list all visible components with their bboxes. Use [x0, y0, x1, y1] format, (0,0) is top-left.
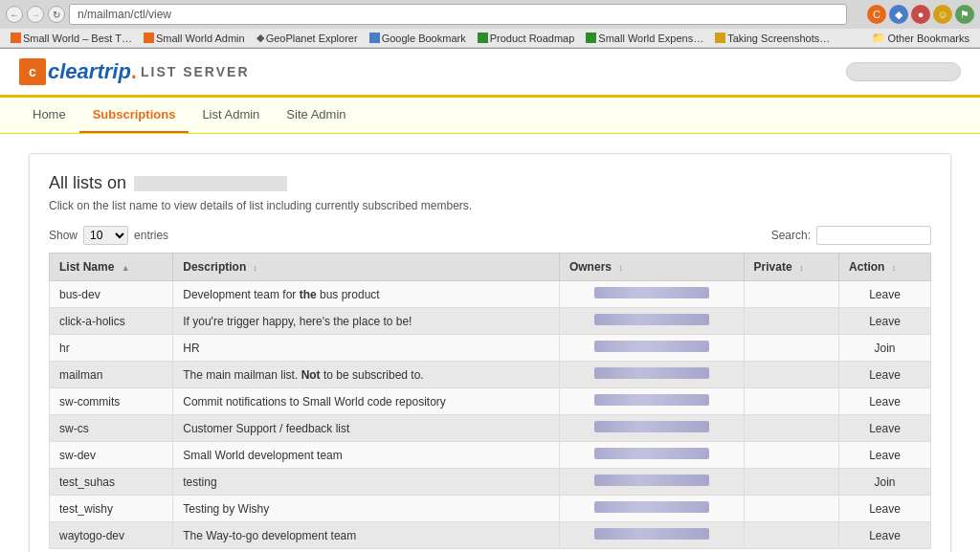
cell-list-name: sw-commits: [50, 388, 173, 415]
owner-blurred: [594, 421, 709, 432]
action-link[interactable]: Leave: [869, 422, 901, 435]
search-label: Search:: [771, 229, 811, 242]
cell-action[interactable]: Leave: [839, 522, 931, 549]
search-input[interactable]: [816, 226, 931, 245]
owner-blurred: [594, 448, 709, 459]
address-bar[interactable]: [69, 4, 847, 25]
nav-link-listadmin[interactable]: List Admin: [189, 98, 273, 131]
header-search-bar: [846, 62, 961, 81]
owner-blurred: [594, 367, 709, 379]
col-private[interactable]: Private ↕: [744, 254, 839, 281]
browser-icon-5[interactable]: ⚑: [955, 5, 974, 24]
cell-private: [744, 469, 839, 496]
nav-link-home[interactable]: Home: [19, 98, 79, 131]
action-link[interactable]: Leave: [869, 288, 901, 301]
bookmark-smallworld[interactable]: Small World – Best T…: [6, 32, 137, 45]
cell-action[interactable]: Leave: [839, 308, 931, 335]
cell-action[interactable]: Leave: [839, 415, 931, 442]
logo-subtitle: LIST SERVER: [141, 64, 250, 79]
owner-blurred: [594, 475, 709, 486]
bookmark-label-1: Small World – Best T…: [23, 33, 132, 44]
refresh-button[interactable]: ↻: [48, 6, 65, 23]
action-link[interactable]: Join: [875, 475, 896, 489]
col-label-owners: Owners: [569, 260, 612, 274]
logo-dot: .: [131, 59, 137, 83]
cell-description: Small World development team: [173, 442, 560, 469]
cell-action[interactable]: Leave: [839, 388, 931, 415]
browser-icon-4[interactable]: ☺: [933, 5, 952, 24]
col-description[interactable]: Description ↕: [173, 254, 560, 281]
logo-area: c cleartrip. LIST SERVER: [19, 58, 250, 85]
nav-link-siteadmin[interactable]: Site Admin: [273, 98, 359, 131]
bookmark-label-6: Small World Expens…: [598, 33, 703, 44]
cell-action[interactable]: Join: [839, 335, 931, 362]
bookmark-other[interactable]: 📁 Other Bookmarks: [867, 31, 974, 45]
header-search-area: [846, 62, 961, 81]
cell-owners: [559, 362, 744, 388]
cell-private: [744, 281, 839, 308]
bookmark-screenshots[interactable]: Taking Screenshots…: [710, 32, 835, 45]
bookmark-label-5: Product Roadmap: [490, 33, 575, 44]
table-row: bus-devDevelopment team for the bus prod…: [50, 281, 931, 308]
data-table: List Name ▲ Description ↕ Owners ↕ Pri: [49, 253, 931, 549]
action-link[interactable]: Leave: [869, 529, 901, 542]
bookmark-icon-2: [144, 33, 154, 43]
browser-icon-1[interactable]: C: [867, 5, 886, 24]
browser-icon-3[interactable]: ●: [911, 5, 930, 24]
col-action[interactable]: Action ↕: [839, 254, 931, 281]
col-list-name[interactable]: List Name ▲: [50, 254, 173, 281]
cell-owners: [559, 469, 744, 496]
logo-text: cleartrip.: [48, 59, 137, 84]
cell-list-name: mailman: [50, 362, 173, 388]
show-label: Show: [49, 229, 78, 242]
cell-action[interactable]: Leave: [839, 281, 931, 308]
cell-private: [744, 362, 839, 388]
nav-item-listadmin[interactable]: List Admin: [189, 98, 273, 133]
browser-toolbar: ← → ↻ ☆ C ◆ ● ☺ ⚑: [0, 0, 980, 29]
bookmark-label-3: GeoPlanet Explorer: [266, 33, 358, 44]
nav-link-subscriptions[interactable]: Subscriptions: [79, 98, 189, 133]
col-label-private: Private: [754, 260, 792, 274]
owner-blurred: [594, 394, 709, 406]
owner-blurred: [594, 314, 709, 325]
action-link[interactable]: Leave: [869, 502, 901, 516]
owner-blurred: [594, 501, 709, 513]
col-owners[interactable]: Owners ↕: [559, 254, 744, 281]
bookmark-swadmin[interactable]: Small World Admin: [139, 32, 250, 45]
action-link[interactable]: Leave: [869, 368, 901, 382]
nav-item-subscriptions[interactable]: Subscriptions: [79, 98, 189, 133]
action-link[interactable]: Leave: [869, 315, 901, 328]
cell-description: Commit notifications to Small World code…: [173, 388, 560, 415]
browser-chrome: ← → ↻ ☆ C ◆ ● ☺ ⚑ Small World – Best T… …: [0, 0, 980, 49]
search-area: Search:: [771, 226, 931, 245]
browser-icon-2[interactable]: ◆: [889, 5, 908, 24]
cell-owners: [559, 496, 744, 522]
back-button[interactable]: ←: [6, 6, 23, 23]
bookmark-icon-6: [586, 33, 596, 43]
bookmark-roadmap[interactable]: Product Roadmap: [473, 32, 580, 45]
forward-button[interactable]: →: [27, 6, 44, 23]
bookmark-google[interactable]: Google Bookmark: [365, 32, 471, 45]
cell-action[interactable]: Join: [839, 469, 931, 496]
logo-cleartrip: cleartrip: [48, 59, 131, 83]
action-link[interactable]: Join: [875, 342, 896, 355]
cell-action[interactable]: Leave: [839, 362, 931, 388]
bookmark-geoplanet[interactable]: ◆ GeoPlanet Explorer: [252, 31, 363, 45]
table-row: sw-commitsCommit notifications to Small …: [50, 388, 931, 415]
page-title-domain: [134, 176, 287, 191]
action-link[interactable]: Leave: [869, 395, 901, 408]
nav-item-siteadmin[interactable]: Site Admin: [273, 98, 359, 133]
cell-action[interactable]: Leave: [839, 496, 931, 522]
cell-list-name: sw-cs: [50, 415, 173, 442]
bookmark-swexpense[interactable]: Small World Expens…: [581, 32, 708, 45]
site-nav: Home Subscriptions List Admin Site Admin: [0, 98, 980, 134]
nav-item-home[interactable]: Home: [19, 98, 79, 133]
bookmark-icon-7: [715, 33, 725, 43]
owner-blurred: [594, 341, 709, 352]
bookmark-star[interactable]: ☆: [851, 7, 863, 22]
bookmark-label-other: Other Bookmarks: [887, 33, 969, 44]
show-entries: Show 10 25 50 100 entries: [49, 226, 168, 245]
action-link[interactable]: Leave: [869, 449, 901, 462]
entries-select[interactable]: 10 25 50 100: [83, 226, 128, 245]
cell-action[interactable]: Leave: [839, 442, 931, 469]
